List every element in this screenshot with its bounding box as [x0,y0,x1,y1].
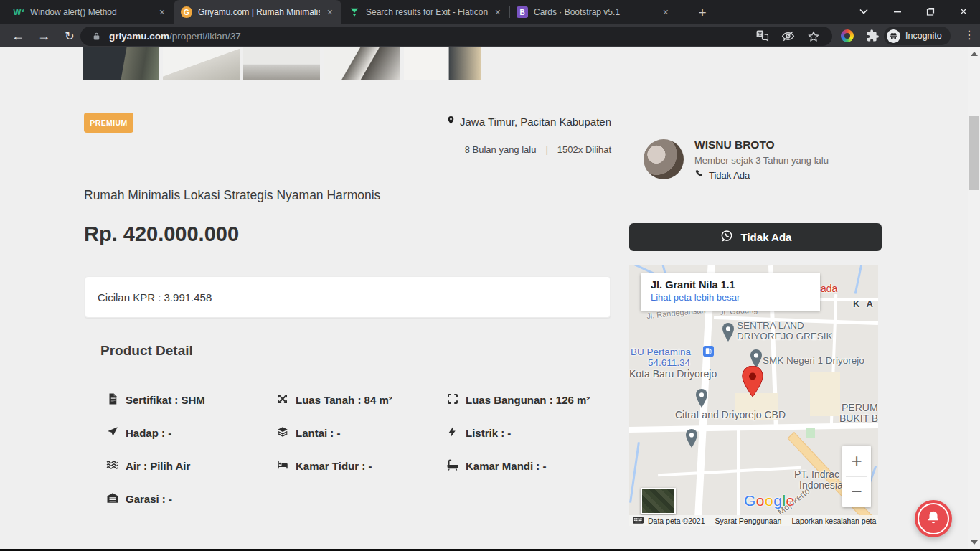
map-poi-pin-icon[interactable] [684,429,699,448]
photo-thumbnail-house-stairs[interactable] [324,47,400,80]
tab-search-chevron-icon[interactable] [848,0,880,23]
extension-colorwheel-icon[interactable] [841,29,854,42]
browser-tab[interactable]: GGriyamu.com | Rumah Minimalis× [174,0,341,24]
tab-strip: W³Window alert() Method×GGriyamu.com | R… [0,0,980,24]
installment-text: Cicilan KPR : 3.991.458 [98,291,212,303]
extensions-puzzle-icon[interactable] [865,29,880,43]
map-copyright: Data peta ©2021 [648,517,705,525]
photo-thumbnail-house-wall[interactable] [163,47,240,80]
browser-tab[interactable]: W³Window alert() Method× [6,0,174,24]
floors-icon [276,425,289,441]
incognito-badge[interactable]: Incognito [884,27,951,45]
map-report-link[interactable]: Laporkan kesalahan peta [791,517,876,525]
whatsapp-contact-button[interactable]: Tidak Ada [629,223,882,251]
new-tab-button[interactable]: + [693,4,712,22]
map-fuel-station-icon[interactable] [703,346,714,357]
detail-direction: Hadap : - [106,416,276,449]
scrollbar-up-arrow[interactable] [971,52,978,56]
photo-thumbnail-house-gate[interactable] [83,47,159,80]
map-satellite-thumbnail[interactable] [641,488,676,514]
minimize-button[interactable] [881,0,914,23]
map-label: BUKIT B [839,413,878,424]
installment-card: Cicilan KPR : 3.991.458 [85,276,611,318]
map-label: SENTRA LAND [737,320,804,331]
map-info-link[interactable]: Lihat peta lebih besar [651,292,740,303]
bootstrap-favicon-icon: B [517,6,528,18]
photo-thumbnails [83,47,481,80]
map-property-marker-icon[interactable] [742,366,763,397]
building-area-icon [446,392,459,408]
posted-ago: 8 Bulan yang lalu [465,144,537,155]
water-icon [106,458,119,474]
url-text[interactable]: griyamu.com/properti/iklan/37 [109,31,755,42]
detail-water: Air : Pilih Air [106,449,276,482]
detail-label: Luas Tanah : 84 m² [296,394,392,406]
map-label: K A [853,298,875,309]
browser-menu-icon[interactable]: ⋮ [962,28,976,44]
translate-icon[interactable] [755,29,769,44]
bell-icon [925,509,941,528]
maximize-button[interactable] [914,0,947,23]
map-zoom-control: + − [842,446,871,507]
listing-title: Rumah Minimalis Lokasi Strategis Nyaman … [84,188,380,203]
map-zoom-out-button[interactable]: − [842,477,871,508]
reload-button[interactable]: ↻ [57,24,82,47]
map-water [854,265,863,294]
close-window-button[interactable] [947,0,980,23]
photo-thumbnail-house-hallway[interactable] [243,47,320,80]
address-bar[interactable]: griyamu.com/properti/iklan/37 [80,27,832,46]
tab-close-icon[interactable]: × [494,7,502,17]
map-road [737,430,740,526]
lock-icon[interactable] [89,29,103,44]
google-logo-letter: o [765,492,773,509]
tab-close-icon[interactable]: × [661,7,670,17]
seller-avatar[interactable] [644,139,684,179]
eye-off-icon[interactable] [781,29,795,44]
browser-tab[interactable]: Search results for Exit - Flaticon -× [341,0,509,24]
detail-label: Kamar Mandi : - [466,460,547,472]
seller-member-since: Member sejak 3 Tahun yang lalu [694,155,829,166]
map-info-window: Jl. Granit Nila 1.1 Lihat peta lebih bes… [641,273,820,311]
map-label: Kota Baru Driyorejo [629,368,717,380]
bookmark-star-icon[interactable] [806,29,821,44]
map-road [629,423,878,433]
google-logo-letter: e [786,492,795,509]
tab-close-icon[interactable]: × [158,7,166,17]
detail-label: Air : Pilih Air [126,460,190,472]
map-zoom-in-button[interactable]: + [842,446,871,476]
location-row: Jawa Timur, Pacitan Kabupaten [402,114,611,128]
detail-label: Sertifikat : SHM [126,394,205,406]
google-logo[interactable]: Google [744,492,795,509]
incognito-icon [887,29,900,43]
notification-bell-button[interactable] [915,500,952,537]
detail-bedroom: Kamar Tidur : - [276,449,446,482]
detail-label: Listrik : - [466,427,511,439]
map-terms-link[interactable]: Syarat Penggunaan [715,517,782,525]
product-detail-heading: Product Detail [100,343,193,359]
map-label: DRIYOREJO GRESIK [737,331,833,342]
detail-label: Garasi : - [126,493,172,505]
browser-tab[interactable]: BCards · Bootstrap v5.1× [509,0,677,24]
map-label: PERUM [842,402,878,413]
url-domain: griyamu.com [109,31,169,42]
premium-badge: PREMIUM [84,113,133,133]
tab-close-icon[interactable]: × [326,7,334,17]
scrollbar-thumb[interactable] [969,116,979,190]
forward-button[interactable]: → [32,24,56,47]
page-scrollbar[interactable] [968,47,980,549]
direction-icon [106,425,119,441]
photo-thumbnail-house-interior[interactable] [404,47,481,80]
map-poi-pin-icon[interactable] [721,323,735,342]
google-map[interactable]: lusadaK AJl. RandegansariJl. GadungSENTR… [629,265,878,526]
back-button[interactable]: ← [6,24,30,47]
map-poi-pin-icon[interactable] [694,389,709,408]
detail-floors: Lantai : - [276,416,446,449]
land-area-icon [276,392,289,408]
map-label: 54.611.34 [648,357,690,368]
scrollbar-down-arrow[interactable] [971,540,978,545]
map-attribution: Data peta ©2021 Syarat Penggunaan Lapork… [629,515,878,526]
detail-land-area: Luas Tanah : 84 m² [276,383,446,416]
view-count: 1502x Dilihat [557,144,611,155]
keyboard-icon[interactable] [633,517,644,525]
map-green-area [806,428,815,438]
